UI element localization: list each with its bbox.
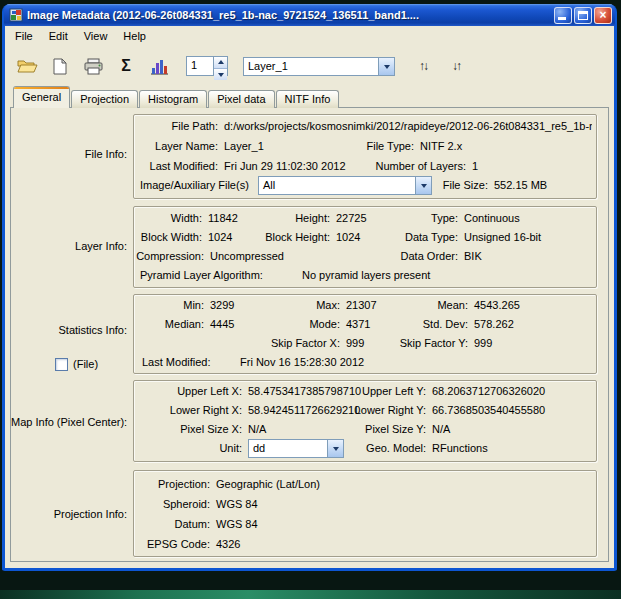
height-value: 22725 bbox=[336, 211, 367, 226]
skip-factor-y-value: 999 bbox=[474, 336, 492, 351]
skip-factor-y-label: Skip Factor Y: bbox=[384, 336, 468, 351]
stats-last-modified-label: Last Modified: bbox=[142, 355, 210, 370]
menu-file[interactable]: File bbox=[7, 28, 41, 44]
layer-info-groupbox: Width: 11842 Height: 22725 Type: Continu… bbox=[133, 206, 597, 288]
close-button[interactable]: × bbox=[594, 7, 612, 24]
tab-strip: General Projection Histogram Pixel data … bbox=[5, 86, 614, 108]
pixel-size-y-value: N/A bbox=[432, 422, 450, 437]
geo-model-value: RFunctions bbox=[432, 441, 488, 456]
epsg-code-label: EPSG Code: bbox=[134, 537, 210, 552]
chevron-down-icon[interactable] bbox=[327, 440, 343, 457]
layer-down-button[interactable]: ↓↑ bbox=[445, 54, 469, 78]
open-button[interactable] bbox=[15, 54, 39, 78]
tab-histogram[interactable]: Histogram bbox=[139, 90, 207, 108]
data-order-label: Data Order: bbox=[396, 249, 458, 264]
file-size-label: File Size: bbox=[432, 178, 488, 193]
minimize-button[interactable] bbox=[554, 7, 572, 24]
pyramid-value: No pyramid layers present bbox=[302, 268, 430, 283]
pixel-size-x-value: N/A bbox=[248, 422, 266, 437]
section-label-map-info: Map Info (Pixel Center): bbox=[11, 416, 127, 428]
new-document-button[interactable] bbox=[48, 54, 72, 78]
layer-select[interactable]: Layer_1 bbox=[243, 57, 395, 76]
histogram-button[interactable] bbox=[147, 54, 171, 78]
tab-general[interactable]: General bbox=[13, 86, 70, 108]
number-of-layers-value: 1 bbox=[472, 159, 478, 174]
upper-left-x-label: Upper Left X: bbox=[134, 384, 242, 399]
layer-number-value: 1 bbox=[187, 57, 213, 75]
file-path-label: File Path: bbox=[134, 119, 218, 134]
statistics-info-groupbox: Min: 3299 Max: 21307 Mean: 4543.265 Medi… bbox=[133, 294, 597, 374]
mean-value: 4543.265 bbox=[474, 298, 520, 313]
unit-label: Unit: bbox=[134, 441, 242, 456]
pixel-size-x-label: Pixel Size X: bbox=[134, 422, 242, 437]
std-dev-value: 578.262 bbox=[474, 317, 514, 332]
menu-help[interactable]: Help bbox=[115, 28, 154, 44]
triangle-icon bbox=[384, 65, 390, 72]
width-label: Width: bbox=[134, 211, 202, 226]
menu-edit[interactable]: Edit bbox=[41, 28, 76, 44]
aux-files-select[interactable]: All bbox=[258, 176, 432, 195]
height-label: Height: bbox=[264, 211, 330, 226]
file-stats-checkbox-label: (File) bbox=[73, 357, 98, 372]
aux-files-label: Image/Auxiliary File(s) bbox=[140, 178, 249, 193]
chevron-down-icon[interactable] bbox=[415, 177, 431, 194]
data-type-value: Unsigned 16-bit bbox=[464, 230, 541, 245]
window-title: Image Metadata (2012-06-26t084331_re5_1b… bbox=[27, 9, 552, 21]
arrows-down-up-icon: ↓↑ bbox=[452, 59, 462, 73]
maximize-icon bbox=[578, 11, 588, 20]
layer-select-value: Layer_1 bbox=[244, 58, 378, 75]
file-last-modified-label: Last Modified: bbox=[134, 159, 218, 174]
file-type-value: NITF 2.x bbox=[420, 139, 462, 154]
spinner-down-button[interactable] bbox=[214, 69, 227, 80]
minimize-icon bbox=[558, 17, 566, 20]
print-button[interactable] bbox=[81, 54, 105, 78]
menu-view[interactable]: View bbox=[76, 28, 116, 44]
layer-name-value: Layer_1 bbox=[224, 139, 264, 154]
spheroid-value: WGS 84 bbox=[216, 497, 258, 512]
title-bar[interactable]: Image Metadata (2012-06-26t084331_re5_1b… bbox=[4, 4, 615, 26]
data-order-value: BIK bbox=[464, 249, 482, 264]
file-stats-checkbox[interactable] bbox=[55, 358, 68, 371]
sigma-icon: Σ bbox=[121, 57, 131, 75]
lower-right-x-value: 58.9424511726629210 bbox=[248, 403, 360, 418]
chevron-down-icon[interactable] bbox=[378, 58, 394, 75]
aux-files-value: All bbox=[259, 177, 415, 194]
projection-value: Geographic (Lat/Lon) bbox=[216, 477, 320, 492]
open-folder-icon bbox=[17, 58, 38, 74]
block-height-label: Block Height: bbox=[264, 230, 330, 245]
lower-right-x-label: Lower Right X: bbox=[134, 403, 242, 418]
mean-label: Mean: bbox=[406, 298, 468, 313]
upper-left-y-label: Upper Left Y: bbox=[350, 384, 426, 399]
toolbar: Σ 1 Layer_1 ↑ bbox=[5, 46, 614, 86]
desktop-background-strip bbox=[0, 590, 621, 599]
block-width-label: Block Width: bbox=[134, 230, 202, 245]
general-tab-panel: File Info: Layer Info: Statistics Info: … bbox=[10, 107, 609, 562]
geo-model-label: Geo. Model: bbox=[350, 441, 426, 456]
tab-pixel-data[interactable]: Pixel data bbox=[208, 90, 274, 108]
projection-label: Projection: bbox=[134, 477, 210, 492]
chevron-up-icon bbox=[218, 57, 224, 64]
statistics-button[interactable]: Σ bbox=[114, 54, 138, 78]
epsg-code-value: 4326 bbox=[216, 537, 240, 552]
image-metadata-window: Image Metadata (2012-06-26t084331_re5_1b… bbox=[2, 4, 617, 571]
spinner-up-button[interactable] bbox=[214, 57, 227, 69]
section-label-statistics-info: Statistics Info: bbox=[11, 324, 127, 336]
file-size-value: 552.15 MB bbox=[494, 178, 547, 193]
lower-right-y-value: 66.7368503540455580 bbox=[432, 403, 545, 418]
std-dev-label: Std. Dev: bbox=[406, 317, 468, 332]
block-height-value: 1024 bbox=[336, 230, 360, 245]
maximize-button[interactable] bbox=[574, 7, 592, 24]
layer-number-spinner[interactable]: 1 bbox=[186, 56, 228, 76]
skip-factor-x-label: Skip Factor X: bbox=[254, 336, 340, 351]
printer-icon bbox=[84, 58, 103, 75]
median-value: 4445 bbox=[210, 317, 234, 332]
tab-projection[interactable]: Projection bbox=[71, 90, 138, 108]
max-label: Max: bbox=[274, 298, 340, 313]
layer-up-button[interactable]: ↑↓ bbox=[412, 54, 436, 78]
triangle-icon bbox=[333, 447, 339, 454]
file-path-value: d:/works/projects/kosmosnimki/2012/rapid… bbox=[224, 119, 592, 134]
type-value: Continuous bbox=[464, 211, 520, 226]
tab-nitf-info[interactable]: NITF Info bbox=[276, 90, 340, 108]
unit-select[interactable]: dd bbox=[248, 439, 344, 458]
compression-label: Compression: bbox=[134, 249, 204, 264]
